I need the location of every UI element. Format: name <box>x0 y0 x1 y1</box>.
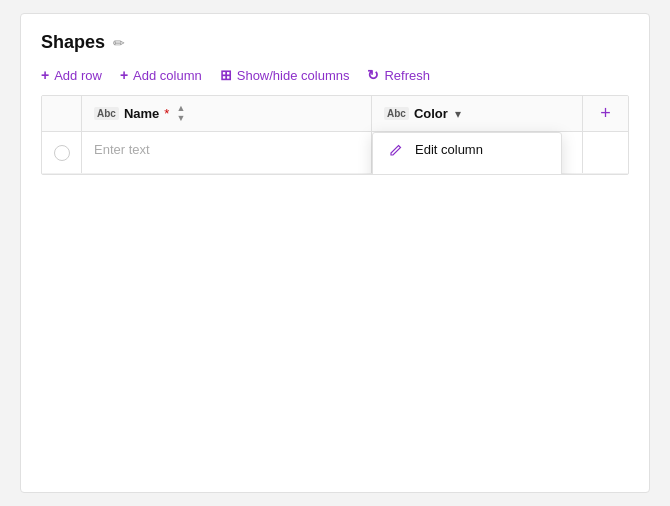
refresh-icon: ↻ <box>367 67 379 83</box>
color-column-label: Color <box>414 106 448 121</box>
add-row-icon: + <box>41 67 49 83</box>
row-add-space <box>582 132 628 173</box>
header-checkbox-cell <box>42 96 82 131</box>
edit-title-icon[interactable]: ✏ <box>113 35 125 51</box>
name-required-star: * <box>164 106 169 121</box>
add-column-label: Add column <box>133 68 202 83</box>
sort-asc-icon[interactable]: ▲ <box>176 104 185 113</box>
color-abc-badge: Abc <box>384 107 409 120</box>
table-header: Abc Name * ▲ ▼ Abc Color ▾ <box>42 96 628 132</box>
column-header-color[interactable]: Abc Color ▾ Edit column <box>372 96 582 131</box>
title-row: Shapes ✏ <box>41 32 629 53</box>
add-column-button[interactable]: + Add column <box>120 67 202 83</box>
add-column-icon: + <box>120 67 128 83</box>
add-column-cell[interactable]: + <box>582 96 628 131</box>
dropdown-item-edit-column[interactable]: Edit column <box>373 133 561 166</box>
name-column-label: Name <box>124 106 159 121</box>
row-radio[interactable] <box>54 145 70 161</box>
refresh-label: Refresh <box>384 68 430 83</box>
name-placeholder: Enter text <box>94 142 150 157</box>
show-hide-label: Show/hide columns <box>237 68 350 83</box>
edit-column-label: Edit column <box>415 142 483 157</box>
show-hide-button[interactable]: ⊞ Show/hide columns <box>220 67 350 83</box>
name-cell[interactable]: Enter text <box>82 132 372 173</box>
edit-column-icon <box>387 143 405 157</box>
name-sort-icons: ▲ ▼ <box>176 104 185 123</box>
sort-desc-icon[interactable]: ▼ <box>176 114 185 123</box>
column-header-name: Abc Name * ▲ ▼ <box>82 96 372 131</box>
row-checkbox-cell <box>42 132 82 173</box>
add-row-label: Add row <box>54 68 102 83</box>
refresh-button[interactable]: ↻ Refresh <box>367 67 430 83</box>
add-column-plus-icon: + <box>600 103 611 124</box>
add-row-button[interactable]: + Add row <box>41 67 102 83</box>
show-hide-icon: ⊞ <box>220 67 232 83</box>
table: Abc Name * ▲ ▼ Abc Color ▾ <box>41 95 629 175</box>
toolbar: + Add row + Add column ⊞ Show/hide colum… <box>41 67 629 83</box>
column-dropdown-menu: Edit column Hide <box>372 132 562 175</box>
panel: Shapes ✏ + Add row + Add column ⊞ Show/h… <box>20 13 650 493</box>
panel-title: Shapes <box>41 32 105 53</box>
dropdown-item-hide[interactable]: Hide <box>373 166 561 175</box>
name-abc-badge: Abc <box>94 107 119 120</box>
color-chevron-icon: ▾ <box>455 107 461 121</box>
